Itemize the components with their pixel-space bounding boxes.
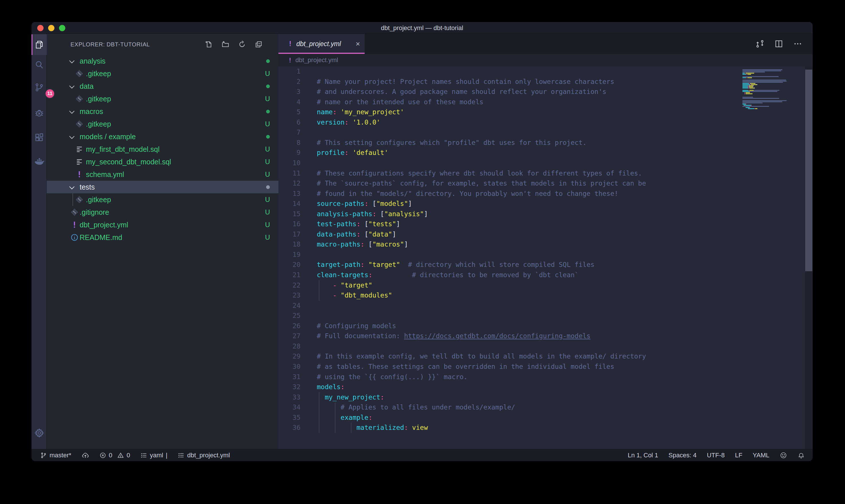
tree-item-tests[interactable]: tests <box>47 181 278 193</box>
language-mode[interactable]: YAML <box>753 452 769 459</box>
yaml-mode-status[interactable]: yaml | <box>140 452 167 459</box>
code-line: # These configurations specify where dbt… <box>317 168 813 179</box>
code-line: profile: 'default' <box>317 148 813 158</box>
mode-label: yaml <box>150 452 163 459</box>
git-status-badge: U <box>262 231 273 244</box>
code-line <box>317 67 813 77</box>
git-branch-status[interactable]: master* <box>40 452 71 459</box>
tree-item-schema-yml[interactable]: !schema.ymlU <box>47 168 278 181</box>
activity-debug-button[interactable] <box>32 103 47 123</box>
gear-icon <box>34 428 44 438</box>
tree-item-macros[interactable]: macros <box>47 105 278 118</box>
tab-bar: ! dbt_project.yml × <box>278 34 813 54</box>
files-icon <box>34 40 44 50</box>
warnings-icon <box>117 452 124 459</box>
chevron-down-icon <box>69 184 74 189</box>
split-editor-icon[interactable] <box>774 39 784 48</box>
tree-item-readme-md[interactable]: README.mdU <box>47 231 278 244</box>
git-status-badge: U <box>262 193 273 206</box>
desktop: dbt_project.yml — dbt-tutorial <box>0 0 845 504</box>
problems-status[interactable]: 0 0 <box>100 452 130 459</box>
activity-extensions-button[interactable] <box>32 127 47 148</box>
tree-item-my-first-dbt-model-sql[interactable]: my_first_dbt_model.sqlU <box>47 143 278 156</box>
new-folder-button[interactable] <box>221 40 230 49</box>
docker-icon <box>34 156 45 167</box>
breadcrumb[interactable]: ! dbt_project.yml <box>278 54 813 67</box>
checklist-icon <box>140 452 147 459</box>
extensions-icon <box>34 132 44 142</box>
sync-button[interactable] <box>82 452 89 459</box>
code-line: # The `source-paths` config, for example… <box>317 178 813 189</box>
status-bar: master* 0 0 <box>32 449 813 461</box>
code-line: # found in the "models/" directory. You … <box>317 189 813 199</box>
code-line: macro-paths: ["macros"] <box>317 239 813 250</box>
tree-item-my-second-dbt-model-sql[interactable]: my_second_dbt_model.sqlU <box>47 156 278 168</box>
notifications-bell-icon[interactable] <box>797 452 805 459</box>
code-line <box>317 301 813 311</box>
activity-explorer-button[interactable] <box>32 34 47 55</box>
code-line: version: '1.0.0' <box>317 118 813 128</box>
line-number: 26 <box>278 321 303 331</box>
git-status-badge: U <box>262 168 273 181</box>
code-line: source-paths: ["models"] <box>317 199 813 209</box>
code-line: # In this example config, we tell dbt to… <box>317 352 813 362</box>
search-icon <box>34 60 44 70</box>
line-number: 23 <box>278 290 303 301</box>
activity-docker-button[interactable] <box>32 151 47 172</box>
cursor-position[interactable]: Ln 1, Col 1 <box>628 452 658 459</box>
tab-dbt-project-yml[interactable]: ! dbt_project.yml × <box>278 34 365 54</box>
breadcrumb-file[interactable]: dbt_project.yml <box>295 56 338 64</box>
code-line <box>317 341 813 352</box>
tree-item-dbt-project-yml[interactable]: !dbt_project.ymlU <box>47 218 278 231</box>
tree-item--gitkeep[interactable]: .gitkeepU <box>47 118 278 130</box>
more-actions-icon[interactable] <box>793 39 802 48</box>
tree-item-label: models / example <box>79 130 136 143</box>
warning-count: 0 <box>127 452 130 459</box>
errors-icon <box>100 452 106 459</box>
code-editor[interactable]: 1234567891011121314151617181920212223242… <box>278 67 813 449</box>
line-number: 31 <box>278 372 303 382</box>
code-line <box>317 127 813 138</box>
tree-item--gitkeep[interactable]: .gitkeepU <box>47 67 278 80</box>
tree-item--gitkeep[interactable]: .gitkeepU <box>47 193 278 206</box>
code-line: models: <box>317 382 813 392</box>
tree-item--gitkeep[interactable]: .gitkeepU <box>47 92 278 105</box>
tree-item-label: .gitkeep <box>86 67 111 80</box>
tree-item-analysis[interactable]: analysis <box>47 55 278 67</box>
line-number: 11 <box>278 168 303 179</box>
eol-setting[interactable]: LF <box>735 452 742 459</box>
activity-source-control-button[interactable] <box>32 77 47 98</box>
code-line: # Name your project! Project names shoul… <box>317 77 813 87</box>
line-number: 27 <box>278 331 303 341</box>
yaml-file-icon: ! <box>72 220 77 230</box>
line-number: 6 <box>278 118 303 128</box>
tree-item-label: .gitkeep <box>86 92 111 105</box>
indentation-setting[interactable]: Spaces: 4 <box>668 452 697 459</box>
refresh-explorer-button[interactable] <box>238 40 246 49</box>
tree-item-data[interactable]: data <box>47 80 278 92</box>
git-file-icon <box>75 95 83 103</box>
code-line <box>317 250 813 260</box>
encoding-setting[interactable]: UTF-8 <box>707 452 725 459</box>
tree-item-models-example[interactable]: models / example <box>47 130 278 143</box>
checklist-icon <box>178 452 184 459</box>
line-number: 28 <box>278 341 303 352</box>
feedback-smiley-icon[interactable] <box>780 452 787 459</box>
yaml-file-icon: ! <box>77 170 82 179</box>
code-line: example: <box>317 413 813 423</box>
activity-search-button[interactable] <box>32 55 47 75</box>
git-file-icon <box>75 196 83 204</box>
line-number: 32 <box>278 382 303 392</box>
line-number: 2 <box>278 77 303 87</box>
activity-settings-button[interactable] <box>32 423 47 443</box>
new-folder-icon <box>221 40 230 48</box>
close-tab-icon[interactable]: × <box>356 40 360 48</box>
new-file-button[interactable] <box>204 40 213 49</box>
line-number: 20 <box>278 260 303 270</box>
line-number: 14 <box>278 199 303 209</box>
editor-scrollbar-thumb[interactable] <box>805 70 812 271</box>
tree-item--gitignore[interactable]: .gitignoreU <box>47 206 278 218</box>
active-file-status[interactable]: dbt_project.yml <box>178 452 230 459</box>
collapse-folders-button[interactable] <box>254 40 263 49</box>
open-changes-icon[interactable] <box>755 39 765 48</box>
